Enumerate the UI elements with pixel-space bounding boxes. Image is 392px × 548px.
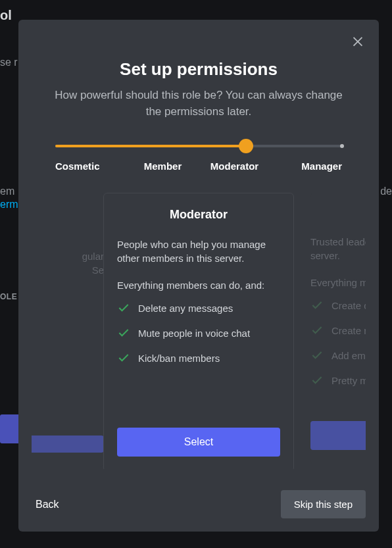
- slider-label-member[interactable]: Member: [127, 161, 199, 172]
- slider-label-moderator[interactable]: Moderator: [199, 161, 270, 172]
- permission-item: Create roles: [310, 324, 366, 337]
- check-icon: [117, 301, 130, 314]
- slider-label-cosmetic[interactable]: Cosmetic: [55, 161, 127, 172]
- role-desc: gular Se: [32, 249, 104, 277]
- role-intro: Everything members can do, and:: [117, 280, 280, 291]
- power-slider[interactable]: Cosmetic Member Moderator Manager: [32, 145, 366, 172]
- bg-text: de: [380, 186, 392, 197]
- permission-item: Delete any messages: [117, 301, 280, 314]
- select-button[interactable]: Select: [117, 428, 280, 457]
- slider-track: [55, 145, 342, 147]
- slider-fill: [55, 145, 246, 147]
- bg-text: em: [0, 186, 14, 197]
- close-button[interactable]: [349, 32, 367, 50]
- check-icon: [310, 324, 324, 337]
- role-desc: Trusted leaders who can help build the s…: [310, 235, 366, 262]
- permission-list: Create channels Create roles Add emojis …: [310, 299, 366, 387]
- permission-label: Delete any messages: [138, 303, 233, 314]
- permission-item: Pretty much everything: [310, 374, 366, 387]
- role-desc: People who can help you manage other mem…: [117, 237, 280, 265]
- permission-label: Create channels: [331, 300, 366, 311]
- permission-label: Mute people in voice chat: [138, 328, 250, 339]
- slider-labels: Cosmetic Member Moderator Manager: [55, 161, 342, 172]
- permission-label: Add emojis: [331, 350, 366, 361]
- bg-text: se r: [0, 57, 18, 68]
- role-card-member[interactable]: gular Se: [32, 193, 104, 467]
- role-carousel: gular Se Moderator People who can help y…: [32, 193, 366, 469]
- check-icon: [310, 299, 324, 312]
- permission-label: Kick/ban members: [138, 353, 220, 364]
- role-intro: Everything moderators can do, and:: [310, 277, 366, 288]
- slider-thumb[interactable]: [239, 139, 253, 153]
- permissions-modal: Set up permissions How powerful should t…: [18, 20, 379, 532]
- slider-label-manager[interactable]: Manager: [270, 161, 342, 172]
- permission-label: Pretty much everything: [331, 375, 366, 386]
- check-icon: [310, 374, 324, 387]
- role-card-moderator: Moderator People who can help you manage…: [103, 193, 294, 469]
- permission-item: Create channels: [310, 299, 366, 312]
- check-icon: [117, 351, 130, 364]
- check-icon: [117, 326, 130, 339]
- modal-footer: Back Skip this step: [32, 477, 366, 518]
- role-card-manager[interactable]: Trusted leaders who can help build the s…: [310, 193, 366, 464]
- modal-title: Set up permissions: [32, 59, 366, 80]
- permission-label: Create roles: [331, 325, 366, 336]
- back-button[interactable]: Back: [32, 493, 63, 516]
- permission-list: Delete any messages Mute people in voice…: [117, 301, 280, 364]
- permission-item: Add emojis: [310, 349, 366, 362]
- role-title: Moderator: [117, 208, 280, 222]
- skip-button[interactable]: Skip this step: [281, 490, 366, 518]
- modal-subtitle: How powerful should this role be? You ca…: [32, 87, 366, 120]
- permission-item: Mute people in voice chat: [117, 326, 280, 339]
- bg-text: erm: [0, 199, 18, 211]
- permission-item: Kick/ban members: [117, 351, 280, 364]
- bg-text: OLE: [0, 292, 17, 301]
- select-button[interactable]: [32, 436, 104, 453]
- select-button[interactable]: Select: [310, 421, 366, 450]
- check-icon: [310, 349, 324, 362]
- slider-end-marker: [340, 144, 344, 148]
- bg-text: ol: [0, 8, 12, 23]
- close-icon: [351, 34, 365, 48]
